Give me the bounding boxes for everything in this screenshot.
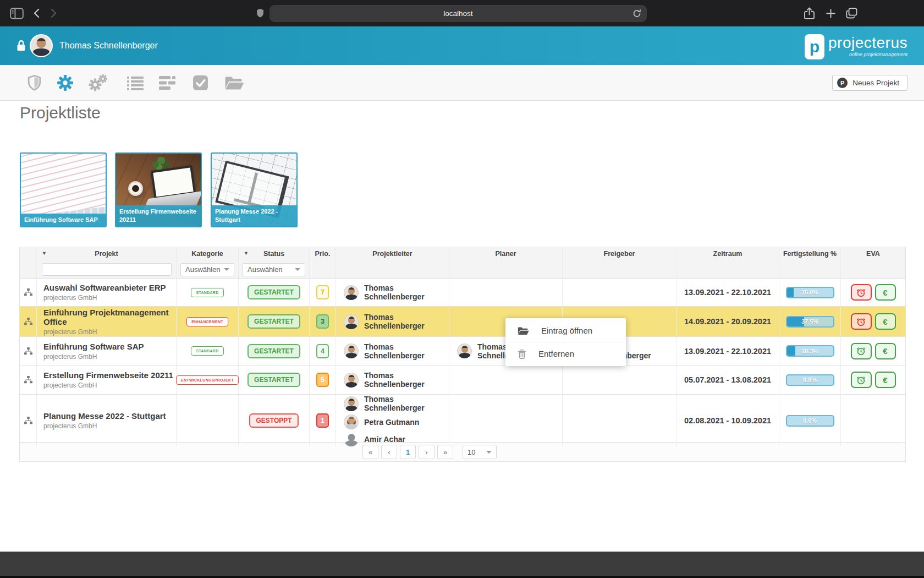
nav-shield-button[interactable] xyxy=(22,65,46,101)
header-tree xyxy=(20,247,37,261)
hierarchy-icon[interactable] xyxy=(24,376,32,384)
table-row[interactable]: Erstellung Firmenwebseite 20211projecter… xyxy=(20,366,905,395)
header-fertigstellung[interactable]: Fertigstellung % xyxy=(779,247,841,261)
nav-tasks-button[interactable] xyxy=(155,65,179,101)
person-name: Thomas Schnellenberger xyxy=(364,371,449,389)
project-name: Erstellung Firmenwebseite 20211 xyxy=(43,370,176,380)
eva-cost-badge[interactable]: € xyxy=(875,313,896,330)
eva-cost-badge[interactable]: € xyxy=(875,343,896,359)
tabs-icon xyxy=(846,8,857,19)
kategorie-filter-value: Auswählen xyxy=(185,265,221,274)
nav-advanced-settings-button[interactable] xyxy=(86,65,110,101)
context-menu-label: Eintrag öffnen xyxy=(541,326,592,335)
sidebar-toggle-button[interactable] xyxy=(10,8,24,19)
logo-mark: p xyxy=(805,34,824,59)
progress-bar: 37.5% xyxy=(786,316,834,328)
project-name: Auswahl Softwareanbieter ERP xyxy=(43,283,176,292)
table-header-row: Projekt Kategorie Status Prio. Projektle… xyxy=(20,247,905,261)
project-thumbnail-messe[interactable]: Planung Messe 2022 - Stuttgart xyxy=(211,152,298,227)
tab-overview-button[interactable] xyxy=(846,8,857,19)
zeitraum: 13.09.2021 - 22.10.2021 xyxy=(676,279,779,306)
zeitraum: 13.09.2021 - 22.10.2021 xyxy=(676,337,779,365)
priority-badge: 3 xyxy=(316,314,329,329)
table-filter-row: Auswählen Auswählen xyxy=(20,261,905,279)
address-bar[interactable]: localhost xyxy=(270,5,647,22)
project-thumbnail-sap[interactable]: Einführung Software SAP xyxy=(20,152,107,227)
kategorie-filter-select[interactable]: Auswählen xyxy=(180,263,234,276)
avatar xyxy=(344,432,359,446)
thumbnail-label: Einführung Software SAP xyxy=(21,214,106,226)
eva-time-badge[interactable] xyxy=(851,343,872,359)
header-status[interactable]: Status xyxy=(239,247,310,261)
header-projektleiter[interactable]: Projektleiter xyxy=(336,247,449,261)
reload-button[interactable] xyxy=(632,9,641,20)
back-icon xyxy=(33,8,40,18)
project-circle-icon: P xyxy=(837,78,848,88)
context-menu: Eintrag öffnen Entfernen xyxy=(505,318,626,366)
check-square-icon xyxy=(193,75,208,91)
context-menu-remove-entry[interactable]: Entfernen xyxy=(505,342,626,365)
eva-time-badge[interactable] xyxy=(851,313,872,330)
new-tab-button[interactable] xyxy=(826,9,835,18)
project-company: projecterus GmbH xyxy=(43,294,176,302)
lock-icon xyxy=(16,40,26,54)
back-button[interactable] xyxy=(33,8,40,18)
progress-label: 18.3% xyxy=(787,346,833,356)
list-icon xyxy=(127,76,144,90)
header-eva[interactable]: EVA xyxy=(841,247,905,261)
progress-label: 0.0% xyxy=(787,375,833,385)
header-freigeber[interactable]: Freigeber xyxy=(563,247,676,261)
chevron-down-icon xyxy=(486,451,492,454)
nav-settings-button-active[interactable] xyxy=(53,65,77,101)
clock-icon xyxy=(856,346,866,356)
table-row[interactable]: Auswahl Softwareanbieter ERPprojecterus … xyxy=(20,279,905,307)
projekt-filter-input[interactable] xyxy=(42,263,172,276)
eva-time-badge[interactable] xyxy=(851,284,872,301)
nav-projects-button[interactable] xyxy=(222,65,246,101)
folder-open-icon xyxy=(518,326,529,335)
header-projekt[interactable]: Projekt xyxy=(37,247,177,261)
hierarchy-icon[interactable] xyxy=(24,347,32,355)
page-next-button[interactable]: › xyxy=(419,445,435,459)
bottom-bar xyxy=(0,552,924,576)
new-project-label: Neues Projekt xyxy=(853,79,899,87)
floorplan-wall xyxy=(248,172,258,204)
eva-time-badge[interactable] xyxy=(851,372,872,388)
hierarchy-icon[interactable] xyxy=(24,318,32,325)
forward-button[interactable] xyxy=(51,8,57,18)
page-first-button[interactable]: « xyxy=(362,445,378,459)
nav-approvals-button[interactable] xyxy=(188,65,212,101)
person-name: Thomas Schnellenberger xyxy=(364,395,449,412)
header-planer[interactable]: Planer xyxy=(449,247,563,261)
nav-list-button[interactable] xyxy=(123,65,147,101)
hierarchy-icon[interactable] xyxy=(24,288,32,296)
page-last-button[interactable]: » xyxy=(437,445,453,459)
share-button[interactable] xyxy=(804,7,815,20)
header-zeitraum[interactable]: Zeitraum xyxy=(676,247,779,261)
header-kategorie[interactable]: Kategorie xyxy=(177,247,239,261)
avatar xyxy=(344,343,359,358)
project-thumbnail-website[interactable]: Erstellung Firmenwebseite 20211 xyxy=(115,152,202,227)
address-url: localhost xyxy=(443,9,472,18)
project-company: projecterus GmbH xyxy=(43,422,176,430)
page-size-select[interactable]: 10 xyxy=(463,445,497,459)
header-prio[interactable]: Prio. xyxy=(310,247,336,261)
eva-cost-badge[interactable]: € xyxy=(875,284,896,301)
project-name: Einführung Projektmanagement Office xyxy=(43,308,176,326)
status-badge: GESTARTET xyxy=(248,314,300,329)
page-prev-button[interactable]: ‹ xyxy=(381,445,397,459)
table-row[interactable]: Planung Messe 2022 - Stuttgartprojecteru… xyxy=(20,395,905,443)
context-menu-open-entry[interactable]: Eintrag öffnen xyxy=(505,319,626,342)
category-badge: STANDARD xyxy=(191,346,223,356)
page-number-button[interactable]: 1 xyxy=(400,445,416,459)
table-row[interactable]: Einführung Software SAPprojecterus GmbH … xyxy=(20,337,905,366)
current-user[interactable]: Thomas Schnellenberger xyxy=(31,35,158,56)
new-project-button[interactable]: P Neues Projekt xyxy=(832,75,908,91)
folder-open-icon xyxy=(224,75,244,90)
table-row-highlighted[interactable]: Einführung Projektmanagement Officeproje… xyxy=(20,307,905,337)
hierarchy-icon[interactable] xyxy=(24,417,32,424)
app-logo: p projecterus online projektmanagement xyxy=(805,34,908,59)
status-filter-select[interactable]: Auswählen xyxy=(243,263,305,276)
user-name: Thomas Schnellenberger xyxy=(59,41,158,51)
eva-cost-badge[interactable]: € xyxy=(875,372,896,388)
